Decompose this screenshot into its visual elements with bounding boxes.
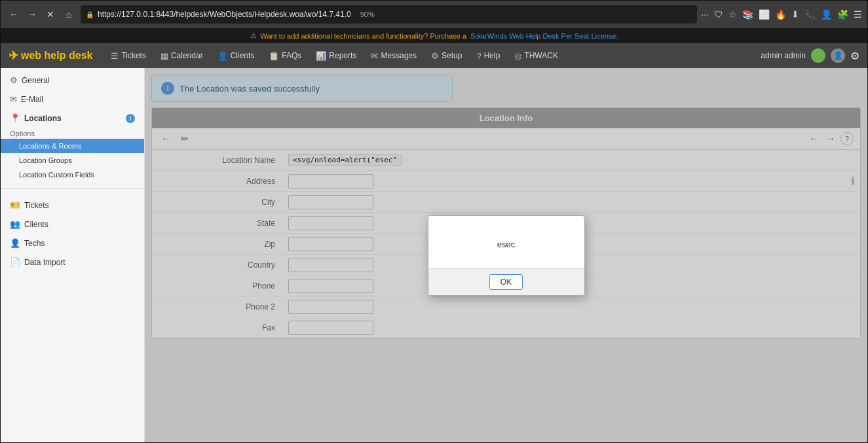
nav-faqs-label: FAQs: [282, 51, 301, 60]
nav-thwack[interactable]: ◎ THWACK: [508, 47, 565, 65]
user-status-circle: [811, 48, 825, 63]
nav-thwack-label: THWACK: [524, 51, 558, 60]
settings-gear-icon[interactable]: ⚙: [850, 50, 859, 62]
warning-icon: ⚠: [250, 31, 257, 40]
download-icon[interactable]: ⬇: [791, 9, 799, 20]
logo-arrow-icon: ✈: [9, 48, 18, 63]
techs-label: Techs: [24, 239, 45, 248]
nav-clients[interactable]: 👤 Clients: [211, 47, 261, 65]
nav-reports-label: Reports: [329, 51, 356, 60]
sidebar-item-locations[interactable]: 📍 Locations i: [1, 109, 144, 128]
ellipsis-icon[interactable]: ···: [701, 9, 709, 20]
options-label: Options: [1, 128, 144, 139]
nav-help[interactable]: ? Help: [470, 47, 506, 65]
calendar-icon: ▦: [160, 51, 168, 61]
fire-icon[interactable]: 🔥: [775, 9, 786, 20]
browser-actions: ··· 🛡 ☆ 📚 ⬜ 🔥 ⬇ 📞 👤 🧩 ☰: [701, 9, 862, 20]
dialog-body: esec: [428, 216, 584, 268]
sidebar-item-clients-bottom[interactable]: 👥 Clients: [1, 215, 144, 234]
browser-toolbar: ← → ✕ ⌂ 🔒 https://127.0.0.1:8443/helpdes…: [1, 1, 867, 28]
browser-close-button[interactable]: ✕: [43, 7, 58, 22]
locations-icon: 📍: [10, 113, 20, 123]
nav-tickets[interactable]: ☰ Tickets: [104, 47, 153, 65]
nav-messages[interactable]: ✉ Messages: [364, 47, 423, 65]
dialog-message: esec: [497, 239, 515, 249]
browser-nav-buttons: ← → ✕ ⌂: [6, 7, 77, 22]
tickets-bottom-label: Tickets: [24, 201, 49, 210]
address-bar[interactable]: 🔒 https://127.0.0.1:8443/helpdesk/WebObj…: [81, 5, 697, 24]
sidebar-subitem-locations-rooms[interactable]: Locations & Rooms: [1, 139, 144, 153]
dialog-overlay: esec OK: [145, 68, 867, 442]
nav-calendar[interactable]: ▦ Calendar: [154, 47, 210, 65]
lock-icon: 🔒: [86, 11, 94, 18]
sidebar-submenu: Options Locations & Rooms Location Group…: [1, 128, 144, 182]
sidebar-email-label: E-Mail: [21, 95, 43, 104]
sidebar-general-label: General: [22, 76, 50, 85]
browser-home-button[interactable]: ⌂: [61, 7, 77, 22]
nav-reports[interactable]: 📊 Reports: [309, 47, 363, 65]
alert-dialog: esec OK: [428, 215, 585, 296]
faqs-icon: 📋: [269, 51, 279, 61]
dialog-ok-button[interactable]: OK: [489, 274, 523, 290]
user-avatar[interactable]: 👤: [831, 48, 845, 63]
phone-icon[interactable]: 📞: [804, 9, 816, 20]
nav-clients-label: Clients: [231, 51, 255, 60]
setup-icon: ⚙: [431, 51, 439, 61]
techs-icon: 👤: [10, 238, 20, 248]
tickets-bottom-icon: 🎫: [10, 200, 20, 210]
browser-forward-button[interactable]: →: [24, 7, 40, 22]
sidebar-item-general[interactable]: ⚙ General: [1, 71, 144, 90]
nav-calendar-label: Calendar: [171, 51, 203, 60]
browser-window: ← → ✕ ⌂ 🔒 https://127.0.0.1:8443/helpdes…: [0, 0, 868, 443]
sidebar-subitem-location-groups[interactable]: Location Groups: [1, 153, 144, 168]
location-groups-label: Location Groups: [19, 156, 72, 164]
app-window: ⚠ Want to add additional technicians and…: [1, 28, 867, 442]
sidebar-item-tickets-bottom[interactable]: 🎫 Tickets: [1, 196, 144, 215]
nav-right: admin admin 👤 ⚙: [761, 48, 859, 63]
data-import-icon: 📄: [10, 257, 20, 267]
general-icon: ⚙: [10, 75, 18, 85]
dialog-footer: OK: [428, 268, 584, 295]
bookmark-icon[interactable]: 🛡: [714, 9, 723, 20]
library-icon[interactable]: 📚: [742, 9, 753, 20]
menu-icon[interactable]: ☰: [854, 9, 862, 20]
browser-back-button[interactable]: ←: [6, 7, 22, 22]
locations-rooms-label: Locations & Rooms: [19, 142, 81, 150]
tab-icon[interactable]: ⬜: [759, 9, 770, 20]
warning-link[interactable]: SolarWinds Web Help Desk Per Seat Licens…: [470, 32, 618, 40]
sidebar-item-email[interactable]: ✉ E-Mail: [1, 90, 144, 109]
nav-messages-label: Messages: [381, 51, 417, 60]
nav-setup[interactable]: ⚙ Setup: [425, 47, 468, 65]
sidebar-item-techs[interactable]: 👤 Techs: [1, 234, 144, 253]
thwack-icon: ◎: [514, 51, 521, 61]
sidebar-top-section: ⚙ General ✉ E-Mail 📍 Locations i Options: [1, 68, 144, 185]
help-icon: ?: [476, 51, 481, 61]
reports-icon: 📊: [316, 51, 326, 61]
sidebar-divider: [1, 188, 144, 189]
extension-icon[interactable]: 🧩: [837, 9, 848, 20]
sidebar-locations-label: Locations: [24, 114, 62, 123]
sidebar-subitem-location-custom-fields[interactable]: Location Custom Fields: [1, 168, 144, 182]
nav-help-label: Help: [484, 51, 500, 60]
sidebar: ⚙ General ✉ E-Mail 📍 Locations i Options: [1, 68, 145, 442]
data-import-label: Data Import: [24, 258, 66, 267]
locations-badge: i: [126, 114, 135, 123]
profile-icon[interactable]: 👤: [821, 9, 832, 20]
right-content: i The Location was saved successfully Lo…: [145, 68, 867, 442]
clients-icon: 👤: [217, 51, 228, 61]
email-icon: ✉: [10, 94, 17, 104]
app-logo: ✈ web help desk: [9, 48, 92, 63]
top-nav: ✈ web help desk ☰ Tickets ▦ Calendar 👤 C…: [1, 43, 867, 68]
sidebar-item-data-import[interactable]: 📄 Data Import: [1, 253, 144, 272]
url-text: https://127.0.0.1:8443/helpdesk/WebObjec…: [98, 10, 351, 19]
zoom-level: 90%: [360, 10, 375, 18]
clients-bottom-icon: 👥: [10, 219, 20, 229]
messages-icon: ✉: [371, 51, 378, 61]
nav-faqs[interactable]: 📋 FAQs: [262, 47, 308, 65]
nav-setup-label: Setup: [442, 51, 462, 60]
warning-bar: ⚠ Want to add additional technicians and…: [1, 28, 867, 43]
nav-tickets-label: Tickets: [121, 51, 146, 60]
star-icon[interactable]: ☆: [728, 9, 737, 20]
location-custom-fields-label: Location Custom Fields: [19, 171, 94, 179]
admin-user-label: admin admin: [761, 51, 806, 60]
